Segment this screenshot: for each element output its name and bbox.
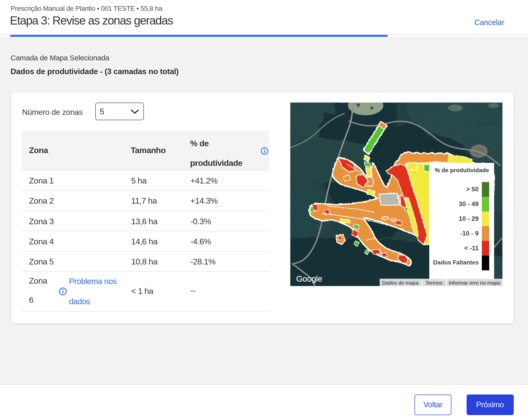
svg-text:© 2025 Google: © 2025 Google [477,121,501,125]
